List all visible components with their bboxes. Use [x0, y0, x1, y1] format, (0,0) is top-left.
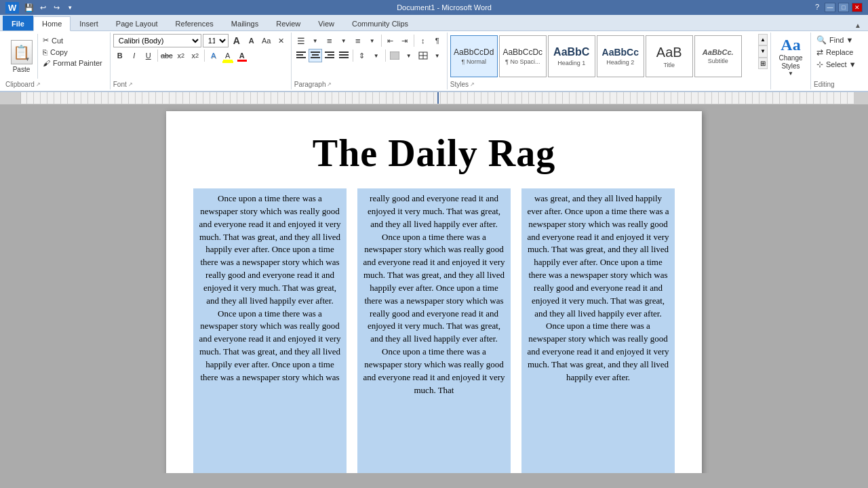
tab-page-layout[interactable]: Page Layout [107, 16, 167, 30]
tab-view[interactable]: View [309, 16, 343, 30]
svg-rect-9 [339, 52, 349, 53]
align-left-icon [296, 52, 306, 60]
style-subtitle[interactable]: AaBbCc. Subtitle [694, 35, 742, 77]
change-case-btn[interactable]: Aa [260, 34, 273, 47]
font-name-select[interactable]: Calibri (Body) [113, 34, 201, 47]
copy-button[interactable]: ⎘ Copy [41, 47, 104, 57]
underline-btn[interactable]: U [142, 49, 155, 62]
shading-icon [390, 52, 399, 60]
style-more-btn[interactable]: ⊞ [758, 58, 768, 69]
clipboard-label: Clipboard ↗ [5, 81, 41, 88]
style-title[interactable]: AaB Title [646, 35, 693, 77]
bullets-btn[interactable]: ☰ [294, 34, 308, 47]
undo-qa-btn[interactable]: ↩ [37, 1, 49, 14]
italic-btn[interactable]: I [127, 49, 141, 62]
style-normal[interactable]: AaBbCcDd ¶ Normal [450, 35, 498, 77]
subscript-btn[interactable]: x2 [174, 49, 188, 62]
clear-format-btn[interactable]: ✕ [275, 34, 288, 47]
align-right-btn[interactable] [323, 49, 336, 62]
tab-insert[interactable]: Insert [71, 16, 107, 30]
decrease-indent-btn[interactable]: ⇤ [384, 34, 397, 47]
find-icon: 🔍 [816, 35, 827, 45]
ribbon-collapse-btn[interactable]: ▲ [850, 20, 865, 30]
sort-btn[interactable]: ↕ [416, 34, 430, 47]
strikethrough-btn[interactable]: abc [160, 49, 174, 62]
style-heading1[interactable]: AaBbC Heading 1 [548, 35, 595, 77]
replace-btn[interactable]: ⇄ Replace [814, 46, 863, 58]
align-left-btn[interactable] [294, 49, 308, 62]
paragraph-expand-icon[interactable]: ↗ [327, 81, 332, 87]
word-icon: W [5, 2, 19, 14]
font-expand-icon[interactable]: ↗ [128, 81, 133, 87]
tab-references[interactable]: References [167, 16, 222, 30]
numbering-btn[interactable]: ≡ [323, 34, 336, 47]
style-scroll-controls: ▲ ▼ ⊞ [758, 34, 768, 79]
shrink-font-btn[interactable]: A [245, 34, 258, 47]
sep6 [385, 49, 386, 62]
style-scroll-down[interactable]: ▼ [758, 45, 768, 57]
save-qa-btn[interactable]: 💾 [23, 1, 35, 14]
style-no-spacing[interactable]: AaBbCcDc ¶ No Spaci... [499, 35, 547, 77]
styles-group: AaBbCcDd ¶ Normal AaBbCcDc ¶ No Spaci...… [448, 33, 771, 89]
borders-dropdown[interactable]: ▼ [431, 49, 444, 62]
text-effects-btn[interactable]: A [207, 49, 220, 62]
increase-indent-btn[interactable]: ⇥ [398, 34, 412, 47]
style-scroll-up[interactable]: ▲ [758, 34, 768, 45]
sep3 [381, 35, 382, 47]
styles-label: Styles ↗ [450, 81, 475, 88]
styles-expand-icon[interactable]: ↗ [470, 81, 475, 87]
document-column-1[interactable]: Once upon a time there was a newspaper s… [193, 188, 347, 473]
document-column-2[interactable]: really good and everyone read it and enj… [357, 188, 511, 473]
tab-file[interactable]: File [3, 16, 33, 30]
format-painter-button[interactable]: 🖌 Format Painter [41, 58, 104, 68]
font-name-row: Calibri (Body) 11 A A Aa ✕ [113, 34, 288, 47]
cut-button[interactable]: ✂ Cut [41, 35, 104, 45]
tab-home[interactable]: Home [33, 16, 71, 31]
highlight-color-btn[interactable]: A [221, 49, 235, 62]
cut-icon: ✂ [43, 36, 49, 45]
line-spacing-dropdown[interactable]: ▼ [370, 49, 383, 62]
paste-button[interactable]: 📋 ▼ Paste [5, 34, 38, 79]
font-size-select[interactable]: 11 [203, 34, 229, 47]
borders-btn[interactable] [416, 49, 430, 62]
bold-btn[interactable]: B [113, 49, 127, 62]
change-styles-group: Aa ChangeStyles ▼ [771, 33, 811, 89]
line-spacing-btn[interactable]: ⇕ [355, 49, 369, 62]
grow-font-btn[interactable]: A [230, 34, 243, 47]
svg-rect-5 [311, 57, 320, 58]
multilevel-dropdown[interactable]: ▼ [366, 34, 379, 47]
style-heading2[interactable]: AaBbCc Heading 2 [597, 35, 644, 77]
qa-dropdown-btn[interactable]: ▼ [64, 1, 76, 14]
minimize-btn[interactable]: — [825, 3, 835, 12]
change-styles-btn[interactable]: Aa ChangeStyles ▼ [771, 33, 810, 80]
find-btn[interactable]: 🔍 Find ▼ [814, 34, 863, 46]
document-title: The Daily Rag [193, 131, 675, 175]
tab-review[interactable]: Review [267, 16, 309, 30]
justify-btn[interactable] [337, 49, 351, 62]
superscript-btn[interactable]: x2 [189, 49, 202, 62]
tab-mailings[interactable]: Mailings [222, 16, 267, 30]
clipboard-expand-icon[interactable]: ↗ [36, 81, 41, 87]
shading-btn[interactable] [388, 49, 401, 62]
multilevel-btn[interactable]: ≡ [351, 34, 365, 47]
font-color-btn[interactable]: A [235, 49, 249, 62]
select-btn[interactable]: ⊹ Select ▼ [814, 58, 863, 70]
numbering-dropdown[interactable]: ▼ [337, 34, 351, 47]
editing-group: 🔍 Find ▼ ⇄ Replace ⊹ Select ▼ Editing [811, 33, 865, 89]
svg-rect-2 [296, 57, 306, 58]
tab-community[interactable]: Community Clips [343, 16, 417, 30]
align-center-btn[interactable] [309, 49, 322, 62]
document-column-3[interactable]: was great, and they all lived happily ev… [521, 188, 675, 473]
close-btn[interactable]: ✕ [852, 3, 863, 12]
svg-rect-11 [339, 57, 349, 58]
shading-dropdown[interactable]: ▼ [402, 49, 416, 62]
paragraph-label: Paragraph ↗ [294, 81, 332, 88]
editing-label: Editing [814, 81, 835, 88]
bullets-dropdown[interactable]: ▼ [309, 34, 322, 47]
restore-btn[interactable]: □ [838, 3, 849, 12]
document-page[interactable]: The Daily Rag Once upon a time there was… [166, 111, 702, 473]
paste-icon: 📋 ▼ [11, 40, 33, 64]
redo-qa-btn[interactable]: ↪ [50, 1, 62, 14]
help-btn[interactable]: ? [812, 3, 822, 12]
show-hide-btn[interactable]: ¶ [431, 34, 444, 47]
